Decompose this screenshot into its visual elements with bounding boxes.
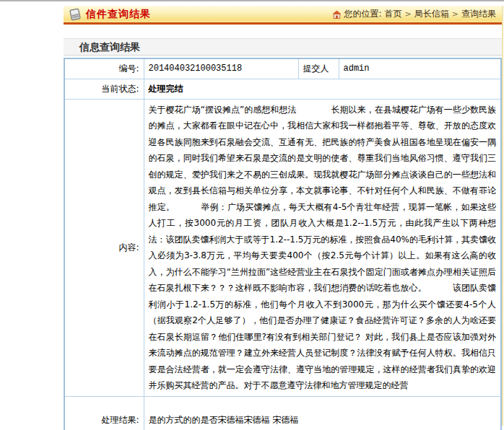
result-label: 处理结果: [64, 396, 144, 430]
section-title: 信息查询结果 [64, 38, 502, 56]
page-top-divider [0, 0, 504, 1]
home-icon [332, 10, 342, 19]
status-label: 当前状态: [64, 79, 144, 99]
breadcrumb: 您的位置: 首页 > 局长信箱 > 查询结果 [332, 8, 496, 20]
content-value: 关于樱花广场“摆设摊点”的感想和想法 长期以来，在县城樱花广场有一些少数民族的摊… [144, 99, 501, 396]
header-left: 信件查询结果 [68, 7, 151, 21]
breadcrumb-item-mailbox[interactable]: 局长信箱 [414, 8, 449, 20]
status-value: 处理完结 [144, 79, 501, 99]
number-label: 编号: [64, 58, 144, 79]
table-row: 当前状态: 处理完结 [64, 79, 501, 99]
result-value: 是的方式的的是否宋德福宋德福 宋德福 [144, 396, 501, 430]
table-row: 处理结果: 是的方式的的是否宋德福宋德福 宋德福 [64, 396, 501, 430]
page-header: 信件查询结果 您的位置: 首页 > 局长信箱 > 查询结果 [64, 6, 502, 25]
content-label: 内容: [64, 99, 144, 396]
number-value: 201404032100035118 [144, 58, 298, 79]
mail-icon [68, 7, 82, 21]
submitter-value: admin [339, 58, 501, 79]
page-right-edge [502, 6, 503, 426]
table-row: 编号: 201404032100035118 提交人 admin [64, 58, 501, 79]
breadcrumb-prefix: 您的位置: [344, 8, 382, 20]
table-row: 内容: 关于樱花广场“摆设摊点”的感想和想法 长期以来，在县城樱花广场有一些少数… [64, 99, 501, 396]
breadcrumb-separator: > [405, 9, 412, 19]
content-column: 信件查询结果 您的位置: 首页 > 局长信箱 > 查询结果 信息查询结果 编号:… [64, 6, 502, 430]
breadcrumb-separator: > [452, 9, 459, 19]
breadcrumb-item-result: 查询结果 [461, 8, 496, 20]
page-title: 信件查询结果 [86, 8, 151, 21]
submitter-label: 提交人 [298, 58, 339, 79]
breadcrumb-item-home[interactable]: 首页 [385, 8, 402, 20]
letter-detail-table: 编号: 201404032100035118 提交人 admin 当前状态: 处… [64, 58, 502, 430]
